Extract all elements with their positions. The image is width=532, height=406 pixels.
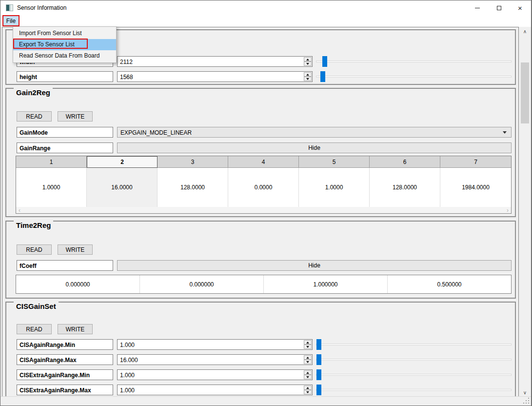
table-cell[interactable]: 1.000000	[264, 275, 388, 293]
gainrange-hide-button[interactable]: Hide	[117, 142, 512, 153]
scrollbar-thumb[interactable]	[521, 62, 529, 123]
column-header[interactable]: 5	[299, 156, 370, 168]
height-value: 1568	[120, 74, 133, 81]
gain2reg-read-button[interactable]: READ	[17, 111, 52, 122]
cisextraagainrange-min-label-field[interactable]: CISExtraAgainRange.Min	[17, 369, 113, 380]
width-slider[interactable]	[316, 56, 512, 67]
cisagainrange-min-slider[interactable]	[316, 339, 512, 350]
table-cell[interactable]: 0.0000	[228, 168, 299, 207]
spin-down-button[interactable]	[304, 390, 312, 394]
table-cell[interactable]: 1984.0000	[440, 168, 511, 207]
table-cell[interactable]: 128.0000	[158, 168, 228, 207]
spin-up-button[interactable]	[304, 355, 312, 360]
gain2reg-write-button[interactable]: WRITE	[58, 111, 93, 122]
menu-item-export-to-sensor-list[interactable]: Export To Sensor List	[13, 39, 116, 50]
spin-down-button[interactable]	[304, 360, 312, 364]
spin-buttons	[304, 355, 312, 364]
cisextraagainrange-min-spinbox[interactable]: 1.000	[117, 369, 313, 380]
spin-down-button[interactable]	[304, 375, 312, 379]
height-label-field[interactable]: height	[17, 71, 113, 82]
resize-grip[interactable]	[528, 403, 529, 404]
cisextraagainrange-max-slider[interactable]	[316, 385, 512, 395]
gainmode-combobox[interactable]: EXPGAIN_MODE_LINEAR	[117, 127, 512, 138]
spin-up-button[interactable]	[304, 370, 312, 375]
close-button[interactable]: ×	[509, 0, 531, 15]
cisextraagainrange-min-slider[interactable]	[316, 369, 512, 380]
down-arrow-icon	[306, 376, 309, 378]
spin-down-button[interactable]	[304, 61, 312, 66]
spin-buttons	[304, 386, 312, 394]
slider-track[interactable]	[316, 359, 512, 361]
minimize-button[interactable]	[466, 0, 488, 15]
cisgainset-read-button[interactable]: READ	[17, 324, 52, 334]
column-header[interactable]: 7	[440, 156, 511, 168]
cisgainset-write-button[interactable]: WRITE	[58, 324, 93, 334]
slider-track[interactable]	[316, 76, 512, 78]
menu-item-read-sensor-data-from-board[interactable]: Read Sensor Data From Board	[13, 50, 116, 61]
menu-file[interactable]: File	[3, 16, 19, 26]
group-title: CISGainSet	[14, 302, 59, 311]
spin-up-button[interactable]	[304, 72, 312, 77]
maximize-button[interactable]	[488, 0, 510, 15]
up-arrow-icon	[306, 74, 309, 76]
menu-item-import-from-sensor-list[interactable]: Import From Sensor List	[13, 28, 116, 39]
cisagainrange-min-label-field[interactable]: CISAgainRange.Min	[17, 339, 113, 350]
slider-handle[interactable]	[316, 354, 321, 365]
column-header[interactable]: 4	[228, 156, 299, 168]
gainrange-label-field[interactable]: GainRange	[17, 142, 113, 153]
file-menu-popup: Import From Sensor List Export To Sensor…	[13, 26, 117, 63]
table-cell[interactable]: 0.500000	[388, 275, 511, 293]
slider-handle[interactable]	[316, 385, 321, 395]
width-value: 2112	[120, 59, 133, 65]
slider-handle[interactable]	[316, 339, 321, 350]
scroll-down-button[interactable]: ∨	[520, 388, 530, 397]
height-spinbox[interactable]: 1568	[117, 71, 313, 82]
scroll-right-icon[interactable]: ›	[507, 207, 509, 214]
time2reg-write-button[interactable]: WRITE	[58, 244, 93, 255]
spin-down-button[interactable]	[304, 345, 312, 349]
table-cell[interactable]: 0.000000	[16, 275, 140, 293]
slider-track[interactable]	[316, 374, 512, 376]
scroll-left-icon[interactable]: ‹	[19, 207, 20, 214]
window-title: Sensor Information	[17, 4, 66, 11]
table-cell-selected[interactable]: 16.0000	[87, 168, 158, 207]
spin-down-button[interactable]	[304, 77, 312, 81]
gainmode-label-field[interactable]: GainMode	[17, 127, 113, 138]
group-gain2reg: Gain2Reg READ WRITE GainMode EXPGAIN_MOD…	[5, 88, 516, 217]
cisextraagainrange-max-label-field[interactable]: CISExtraAgainRange.Max	[17, 385, 113, 395]
height-slider[interactable]	[316, 71, 512, 82]
column-header[interactable]: 3	[158, 156, 228, 168]
fcoeff-hide-button[interactable]: Hide	[117, 260, 512, 271]
slider-track[interactable]	[316, 344, 512, 345]
table-cell[interactable]: 0.000000	[140, 275, 264, 293]
cisagainrange-max-label-field[interactable]: CISAgainRange.Max	[17, 354, 113, 365]
gain2reg-table: 1 2 3 4 5 6 7 1.0000 16.0000 128.0000 0.…	[16, 156, 512, 214]
table-cell[interactable]: 1.0000	[299, 168, 370, 207]
scroll-up-button[interactable]: ∧	[520, 27, 530, 36]
slider-handle[interactable]	[316, 369, 321, 380]
fcoeff-label-field[interactable]: fCoeff	[17, 260, 113, 271]
slider-track[interactable]	[316, 389, 512, 391]
spin-up-button[interactable]	[304, 340, 312, 345]
column-header[interactable]: 6	[370, 156, 440, 168]
column-header[interactable]: 1	[16, 156, 87, 168]
menu-bar: File	[0, 15, 531, 27]
time2reg-read-button[interactable]: READ	[17, 244, 52, 255]
slider-track[interactable]	[316, 61, 512, 62]
cisextraagainrange-max-spinbox[interactable]: 1.000	[117, 385, 313, 395]
table-cell[interactable]: 1.0000	[16, 168, 87, 207]
spin-up-button[interactable]	[304, 57, 312, 61]
width-spinbox[interactable]: 2112	[117, 56, 313, 67]
width-slider-handle[interactable]	[322, 56, 327, 67]
table-cell[interactable]: 128.0000	[370, 168, 440, 207]
vertical-scrollbar[interactable]: ∧ ∨	[520, 27, 530, 397]
group-time2reg: Time2Reg READ WRITE fCoeff Hide 0.000000…	[5, 221, 516, 299]
spin-up-button[interactable]	[304, 386, 312, 390]
cisagainrange-max-spinbox[interactable]: 16.000	[117, 354, 313, 365]
cisagainrange-min-spinbox[interactable]: 1.000	[117, 339, 313, 350]
group-cisgainset: CISGainSet READ WRITE CISAgainRange.Min …	[5, 302, 516, 397]
cisagainrange-max-slider[interactable]	[316, 354, 512, 365]
column-header-selected[interactable]: 2	[87, 156, 158, 168]
height-slider-handle[interactable]	[320, 71, 325, 82]
horizontal-scrollbar[interactable]: ‹ ›	[16, 207, 511, 213]
